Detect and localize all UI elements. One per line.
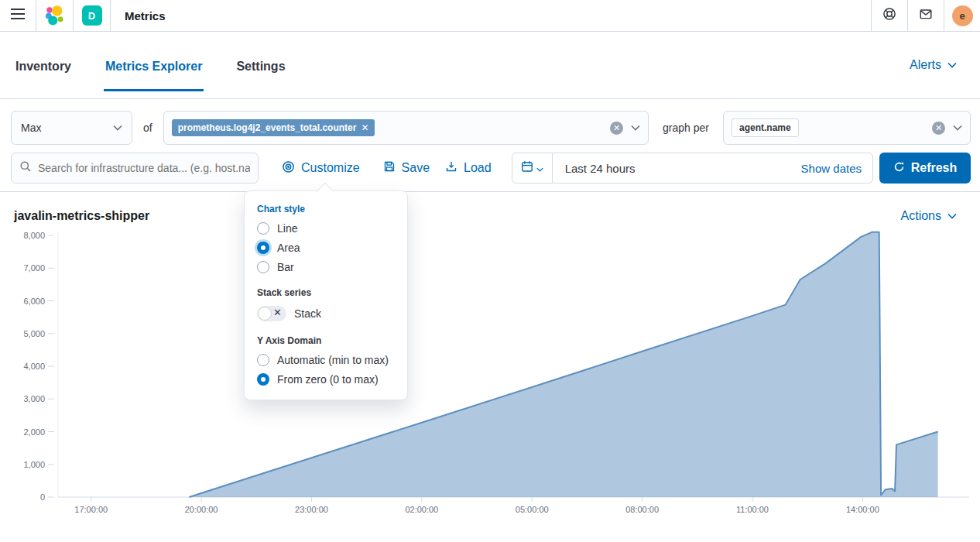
- space-badge: D: [82, 5, 102, 26]
- graph-per-label: graph per: [663, 122, 709, 134]
- toolbar-divider: [0, 191, 980, 192]
- tab-inventory[interactable]: Inventory: [14, 39, 73, 91]
- app-title: Metrics: [111, 0, 180, 31]
- option-label: Bar: [277, 261, 294, 273]
- clear-metric-icon[interactable]: ✕: [610, 122, 623, 135]
- tab-settings[interactable]: Settings: [235, 39, 286, 91]
- alerts-label: Alerts: [910, 58, 941, 72]
- radio-selected-icon: [257, 373, 269, 386]
- x-tick-label: 20:00:00: [185, 505, 218, 514]
- of-label: of: [143, 122, 152, 134]
- chevron-down-icon: [113, 125, 122, 131]
- group-by-combobox[interactable]: agent.name ✕: [723, 111, 971, 145]
- option-label: Line: [277, 222, 297, 235]
- top-bar: D Metrics e: [0, 0, 980, 32]
- save-label: Save: [402, 161, 430, 175]
- chart-style-option-line[interactable]: Line: [257, 222, 395, 235]
- chevron-down-icon: [947, 62, 957, 68]
- y-tick-label: 1,000: [23, 460, 45, 469]
- toggle-off-x-icon: ✕: [273, 307, 282, 318]
- customize-label: Customize: [301, 161, 360, 175]
- search-input[interactable]: [38, 162, 250, 174]
- radio-icon: [257, 261, 269, 273]
- y-tick-label: 3,000: [23, 394, 45, 403]
- radio-icon: [257, 222, 269, 235]
- customize-popover: Chart style Line Area Bar Stack series ✕…: [244, 190, 408, 400]
- refresh-button[interactable]: Refresh: [879, 153, 971, 184]
- toggle-knob: [258, 307, 272, 321]
- stack-series-title: Stack series: [257, 287, 395, 298]
- metric-controls-row: Max of prometheus.log4j2_events_total.co…: [11, 111, 971, 145]
- option-label: Area: [277, 242, 300, 254]
- y-tick-label: 5,000: [23, 329, 45, 338]
- date-picker: Last 24 hours Show dates: [512, 153, 873, 184]
- stack-toggle-label: Stack: [294, 307, 321, 320]
- option-label: Automatic (min to max): [277, 354, 389, 366]
- y-tick-label: 2,000: [23, 427, 45, 437]
- hamburger-icon: [11, 9, 25, 22]
- calendar-icon: [521, 160, 533, 176]
- show-dates-link[interactable]: Show dates: [801, 162, 872, 175]
- y-tick-label: 0: [40, 492, 45, 502]
- chevron-down-icon: [947, 213, 957, 219]
- metric-tag-label: prometheus.log4j2_events_total.counter: [178, 122, 357, 133]
- menu-button[interactable]: [0, 0, 36, 31]
- chevron-down-icon[interactable]: [953, 125, 962, 131]
- app-tabs: Inventory Metrics Explorer Settings Aler…: [0, 32, 980, 99]
- x-tick-label: 14:00:00: [846, 505, 879, 514]
- refresh-icon: [893, 161, 905, 176]
- y-axis-domain-title: Y Axis Domain: [257, 335, 395, 346]
- envelope-icon: [919, 7, 933, 24]
- metric-tag[interactable]: prometheus.log4j2_events_total.counter ✕: [172, 119, 375, 136]
- chart-style-option-bar[interactable]: Bar: [257, 261, 395, 273]
- load-label: Load: [464, 161, 492, 175]
- help-button[interactable]: [871, 0, 907, 31]
- x-tick-label: 02:00:00: [405, 505, 438, 514]
- actions-label: Actions: [901, 209, 941, 223]
- tab-metrics-explorer[interactable]: Metrics Explorer: [104, 39, 204, 91]
- x-tick-label: 11:00:00: [736, 505, 769, 514]
- chart-actions-dropdown[interactable]: Actions: [901, 209, 957, 223]
- x-tick-label: 23:00:00: [295, 505, 328, 514]
- chevron-down-icon: [536, 161, 543, 175]
- toolbar-row: Customize Save Load Last 24: [11, 153, 971, 184]
- y-tick-label: 6,000: [23, 297, 45, 306]
- radio-icon: [257, 354, 269, 366]
- y-axis-option-automatic[interactable]: Automatic (min to max): [257, 354, 395, 366]
- aggregation-value: Max: [21, 122, 41, 134]
- save-button[interactable]: Save: [383, 160, 430, 176]
- x-tick-label: 08:00:00: [625, 505, 659, 514]
- quick-select-button[interactable]: [512, 153, 553, 183]
- stack-toggle[interactable]: ✕: [257, 306, 286, 321]
- load-button[interactable]: Load: [445, 160, 492, 176]
- x-tick-label: 05:00:00: [516, 505, 549, 514]
- chart-style-title: Chart style: [257, 204, 395, 214]
- remove-tag-icon[interactable]: ✕: [361, 122, 368, 133]
- space-selector[interactable]: D: [74, 0, 111, 31]
- clear-group-by-icon[interactable]: ✕: [932, 122, 945, 135]
- bullseye-eye-icon: [282, 160, 295, 177]
- alerts-dropdown[interactable]: Alerts: [910, 58, 957, 72]
- chevron-down-icon[interactable]: [631, 125, 640, 131]
- chart-title: javalin-metrics-shipper: [14, 209, 149, 223]
- user-menu-button[interactable]: e: [944, 0, 980, 31]
- newsfeed-button[interactable]: [907, 0, 944, 31]
- y-tick-label: 7,000: [23, 263, 45, 273]
- group-by-tag[interactable]: agent.name: [732, 118, 799, 137]
- time-range-value[interactable]: Last 24 hours: [553, 162, 648, 175]
- metric-combobox[interactable]: prometheus.log4j2_events_total.counter ✕…: [163, 111, 649, 145]
- y-axis-option-from-zero[interactable]: From zero (0 to max): [257, 373, 395, 386]
- chart-style-option-area[interactable]: Area: [257, 242, 395, 254]
- download-icon: [445, 160, 457, 176]
- search-icon: [19, 160, 32, 176]
- metrics-explorer-chart-section: javalin-metrics-shipper Actions 01,0002,…: [0, 209, 980, 520]
- refresh-label: Refresh: [911, 161, 958, 175]
- aggregation-select[interactable]: Max: [11, 111, 132, 145]
- option-label: From zero (0 to max): [277, 373, 379, 386]
- x-tick-label: 17:00:00: [74, 505, 108, 514]
- elastic-logo[interactable]: [36, 0, 74, 31]
- radio-selected-icon: [257, 242, 269, 254]
- metrics-area-chart[interactable]: 01,0002,0003,0004,0005,0006,0007,0008,00…: [11, 229, 969, 520]
- save-floppy-icon: [383, 160, 396, 176]
- customize-button[interactable]: Customize: [282, 160, 360, 177]
